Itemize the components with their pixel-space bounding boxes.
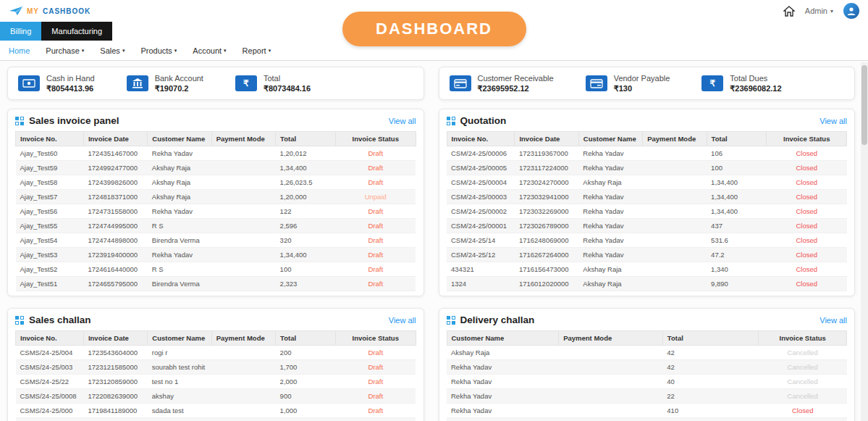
- table-cell: 1723032269000: [515, 204, 578, 219]
- table-cell: CSM/24-25/00003: [447, 190, 515, 204]
- main-content: Cash in Hand ₹8054413.96 Bank Account ₹1…: [0, 61, 868, 421]
- home-icon[interactable]: [783, 6, 795, 17]
- status-cell: Draft: [335, 233, 416, 248]
- table-row[interactable]: CSM/24-25/000061723119367000Rekha Yadav1…: [447, 146, 847, 161]
- table-row[interactable]: Rekha Yadav42Cancelled: [447, 360, 847, 375]
- table-row[interactable]: CSM/24-25/141716248069000Rekha Yadav531.…: [447, 233, 847, 248]
- table-row[interactable]: CSM/24-25/000051723117224000Rekha Yadav1…: [447, 161, 847, 175]
- table-cell: 1723032941000: [515, 190, 578, 204]
- table-cell: 1723919400000: [83, 248, 147, 262]
- table-row[interactable]: CSM/24-25/000011723026789000Rekha Yadav4…: [447, 219, 847, 233]
- table-cell: [643, 146, 707, 161]
- table-row[interactable]: Rekha Yadav22Cancelled: [447, 389, 847, 404]
- table-row[interactable]: Rekha Yadav21Closed: [447, 418, 847, 421]
- summary-bank-account: Bank Account ₹19070.2: [127, 74, 203, 93]
- grid-icon: [15, 117, 24, 125]
- table-cell: CSMS/24-25/0001: [16, 418, 84, 421]
- chevron-down-icon: ▾: [830, 8, 833, 14]
- table-cell: 100: [707, 161, 767, 175]
- tab-billing[interactable]: Billing: [0, 22, 41, 41]
- table-cell: [559, 375, 663, 389]
- scrollbar-thumb[interactable]: [861, 65, 867, 145]
- table-row[interactable]: CSMS/24-25/0041723543604000rogi r200Draf…: [16, 346, 416, 360]
- summary-label: Vendor Payable: [614, 74, 670, 83]
- table-header-row: Invoice No.Invoice DateCustomer NamePaym…: [447, 132, 847, 146]
- table-row[interactable]: Ajay_Test601724351467000Rekha Yadav1,20,…: [16, 146, 416, 161]
- table-row[interactable]: Ajay_Test511724655795000Birendra Verma2,…: [16, 277, 416, 291]
- brand-logo[interactable]: MY CASHBOOK: [9, 6, 90, 16]
- table-row[interactable]: Akshay Raja42Cancelled: [447, 346, 847, 360]
- panel-title: Quotation: [460, 115, 507, 126]
- table-cell: Rekha Yadav: [447, 404, 559, 418]
- status-cell: Closed: [767, 219, 847, 233]
- column-header: Total: [707, 132, 767, 146]
- table-cell: 22: [662, 389, 759, 404]
- view-all-link[interactable]: View all: [389, 316, 416, 325]
- table-row[interactable]: 4343211716156473000Akshay Raja1,340Close…: [447, 262, 847, 277]
- nav-account[interactable]: Account▾: [193, 46, 226, 55]
- table-cell: 1723117224000: [515, 161, 578, 175]
- table-row[interactable]: Ajay_Test521724616440000R S100Draft: [16, 262, 416, 277]
- dashboard-page: MY CASHBOOK Admin ▾ DASHBOARD Billing: [0, 0, 868, 421]
- nav-report[interactable]: Report▾: [243, 46, 271, 55]
- table-row[interactable]: CSMS/24-25/221723120859000test no 12,000…: [16, 375, 416, 389]
- table-row[interactable]: Rekha Yadav40Cancelled: [447, 375, 847, 389]
- table-cell: 1724655795000: [83, 277, 147, 291]
- table-cell: 1724731558000: [83, 204, 147, 219]
- column-header: Total: [276, 132, 336, 146]
- table-cell: 900: [276, 389, 336, 404]
- table-row[interactable]: Rekha Yadav410Closed: [447, 404, 847, 418]
- table-row[interactable]: Ajay_Test591724992477000Akshay Raja1,34,…: [16, 161, 416, 175]
- table-cell: CSM/24-25/12: [447, 248, 515, 262]
- table-cell: 1724351467000: [83, 146, 147, 161]
- status-cell: Cancelled: [759, 389, 847, 404]
- table-cell: 1724818371000: [83, 190, 147, 204]
- table-row[interactable]: CSM/24-25/121716267264000Rekha Yadav47.2…: [447, 248, 847, 262]
- view-all-link[interactable]: View all: [389, 117, 416, 125]
- nav-purchase[interactable]: Purchase▾: [46, 46, 84, 55]
- table-row[interactable]: CSMS/24-25/000117198141130009,000Draft: [16, 418, 416, 421]
- table-row[interactable]: CSM/24-25/000031723032941000Rekha Yadav1…: [447, 190, 847, 204]
- table-row[interactable]: CSMS/24-25/00081722082639000akshay900Dra…: [16, 389, 416, 404]
- panel-header: Delivery challan View all: [447, 314, 848, 325]
- column-header: Invoice No.: [16, 331, 84, 346]
- table-row[interactable]: 13241716012020000Akshay Raja9,890Closed: [447, 277, 847, 291]
- status-cell: Closed: [767, 248, 847, 262]
- table-row[interactable]: Ajay_Test541724744898000Birendra Verma32…: [16, 233, 416, 248]
- table-cell: 42: [662, 360, 759, 375]
- table-row[interactable]: Ajay_Test581724399826000Akshay Raja1,26,…: [16, 175, 416, 190]
- column-header: Payment Mode: [643, 132, 707, 146]
- table-row[interactable]: CSM/24-25/000041723024270000Akshay Raja1…: [447, 175, 847, 190]
- panel-title: Delivery challan: [460, 314, 535, 325]
- table-row[interactable]: Ajay_Test531723919400000Rekha Yadav1,34,…: [16, 248, 416, 262]
- nav-sales[interactable]: Sales▾: [100, 46, 125, 55]
- scrollbar-track[interactable]: [861, 62, 868, 421]
- grid-icon: [447, 117, 455, 125]
- table-row[interactable]: Ajay_Test571724818371000Akshay Raja1,20,…: [16, 190, 416, 204]
- table-cell: 1,34,400: [276, 248, 336, 262]
- table-cell: [211, 389, 275, 404]
- admin-menu[interactable]: Admin ▾: [805, 7, 833, 15]
- view-all-link[interactable]: View all: [819, 117, 847, 125]
- column-header: Invoice Status: [759, 331, 847, 346]
- column-header: Total: [276, 331, 336, 346]
- table-cell: Rekha Yadav: [447, 418, 559, 421]
- table-row[interactable]: Ajay_Test551724744995000R S2,596Draft: [16, 219, 416, 233]
- table-row[interactable]: CSMS/24-25/0031723121585000sourabh test …: [16, 360, 416, 375]
- status-cell: Draft: [335, 248, 416, 262]
- table-row[interactable]: CSMS/24-25/0001719841189000sdada test1,0…: [16, 404, 416, 418]
- table-cell: [211, 175, 275, 190]
- table-cell: [211, 277, 275, 291]
- table-row[interactable]: Ajay_Test561724731558000Rekha Yadav122Dr…: [16, 204, 416, 219]
- table-cell: Akshay Raja: [148, 175, 211, 190]
- table-cell: 1,700: [276, 360, 336, 375]
- table-row[interactable]: CSM/24-25/000021723032269000Rekha Yadav1…: [447, 204, 847, 219]
- nav-products[interactable]: Products▾: [140, 46, 177, 55]
- tab-manufacturing[interactable]: Manufacturing: [41, 22, 112, 41]
- table-cell: [211, 190, 275, 204]
- nav-home[interactable]: Home: [9, 46, 30, 55]
- table-cell: Akshay Raja: [578, 277, 642, 291]
- avatar[interactable]: [843, 3, 859, 19]
- table-cell: Akshay Raja: [578, 175, 642, 190]
- view-all-link[interactable]: View all: [819, 316, 847, 325]
